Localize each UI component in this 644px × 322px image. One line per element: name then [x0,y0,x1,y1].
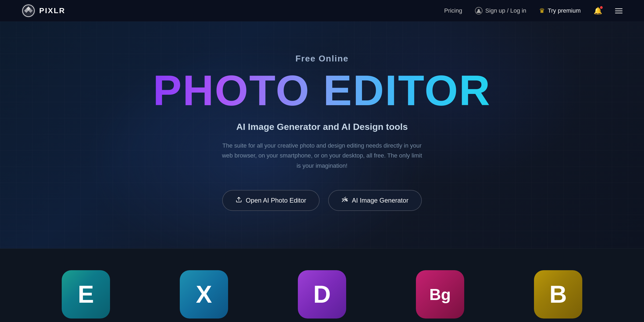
app-item-express[interactable]: X Pixlr Express AI Photo Editor [164,270,244,322]
app-letter-b: B [550,281,567,308]
app-letter-x: X [196,281,212,308]
upload-icon [236,196,242,204]
app-item-designer[interactable]: D Pixlr Designer Template & Animate [282,270,362,322]
app-icon-batch: B [534,270,582,319]
ai-generator-label: AI Image Generator [352,197,408,204]
open-editor-label: Open AI Photo Editor [246,197,306,204]
open-editor-button[interactable]: Open AI Photo Editor [222,190,320,211]
hero-title: PHOTO EDITOR [153,69,491,112]
nav-right: Pricing Sign up / Log in ♛ Try premium 🔔 [444,7,623,15]
hero-free-online: Free Online [295,54,349,64]
notification-bell[interactable]: 🔔 [594,7,602,15]
notification-dot [600,6,603,9]
app-icon-editor: E [62,270,110,319]
hamburger-menu[interactable] [615,8,623,13]
app-item-editor[interactable]: E Pixlr Editor Advanced Photo Editor [46,270,126,322]
signup-button[interactable]: Sign up / Log in [475,7,526,14]
navbar: PIXLR Pricing Sign up / Log in ♛ Try pre… [0,0,644,21]
app-item-batch[interactable]: B Batch Editor Bulk Photo Editing [518,270,598,322]
wand-icon [342,196,348,204]
premium-label: Try premium [548,7,581,14]
crown-icon: ♛ [539,7,545,14]
logo[interactable]: PIXLR [21,4,65,18]
ai-generator-button[interactable]: AI Image Generator [328,190,422,211]
user-icon [475,7,482,14]
pricing-link[interactable]: Pricing [444,7,462,14]
app-item-removebg[interactable]: Bg Remove bg AI Background Erase [400,270,480,322]
app-letter-d: D [313,281,331,308]
signup-label: Sign up / Log in [485,7,526,14]
hero-buttons: Open AI Photo Editor AI Image Generator [222,190,422,211]
hero-section: Free Online PHOTO EDITOR AI Image Genera… [0,21,644,248]
apps-grid: E Pixlr Editor Advanced Photo Editor X P… [32,270,612,322]
app-letter-bg: Bg [429,285,451,304]
premium-button[interactable]: ♛ Try premium [539,7,581,14]
app-icon-removebg: Bg [416,270,464,319]
logo-text: PIXLR [39,6,65,15]
apps-section: E Pixlr Editor Advanced Photo Editor X P… [0,248,644,322]
app-letter-e: E [78,281,94,308]
hamburger-line-1 [615,8,623,9]
hamburger-line-3 [615,13,623,13]
pixlr-logo-icon [21,4,35,18]
app-icon-express: X [180,270,228,319]
hamburger-line-2 [615,10,623,11]
hero-subtitle: AI Image Generator and AI Design tools [236,122,408,132]
hero-description: The suite for all your creative photo an… [220,141,424,171]
app-icon-designer: D [298,270,346,319]
